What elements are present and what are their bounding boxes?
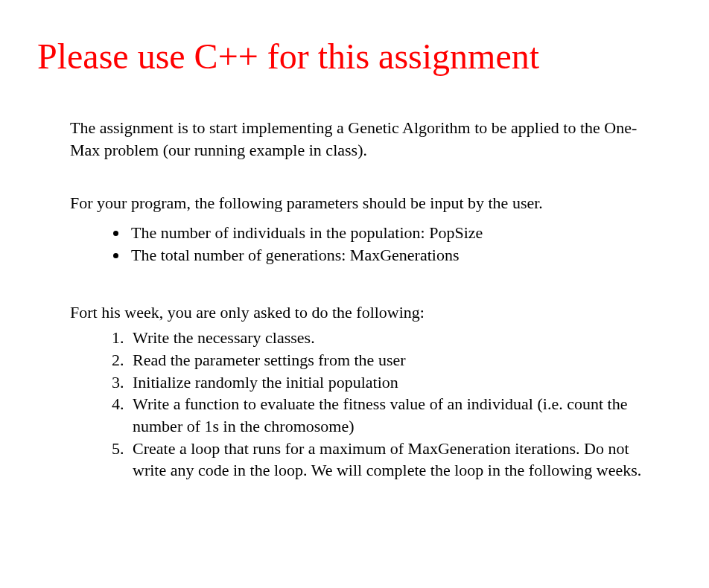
list-item: The number of individuals in the populat… xyxy=(128,222,651,244)
list-item: Initialize randomly the initial populati… xyxy=(128,371,651,394)
tasks-intro: Fort his week, you are only asked to do … xyxy=(70,301,651,324)
tasks-list: Write the necessary classes. Read the pa… xyxy=(70,327,651,482)
parameters-list: The number of individuals in the populat… xyxy=(70,222,651,266)
list-item: Write a function to evaluate the fitness… xyxy=(128,393,651,437)
list-item: Write the necessary classes. xyxy=(128,327,651,349)
list-item: Read the parameter settings from the use… xyxy=(128,349,651,371)
intro-paragraph: The assignment is to start implementing … xyxy=(70,117,651,161)
document-body: The assignment is to start implementing … xyxy=(30,117,679,482)
list-item: Create a loop that runs for a maximum of… xyxy=(128,438,651,482)
list-item: The total number of generations: MaxGene… xyxy=(128,244,651,266)
page-title: Please use C++ for this assignment xyxy=(37,36,679,77)
parameters-intro: For your program, the following paramete… xyxy=(70,192,651,214)
